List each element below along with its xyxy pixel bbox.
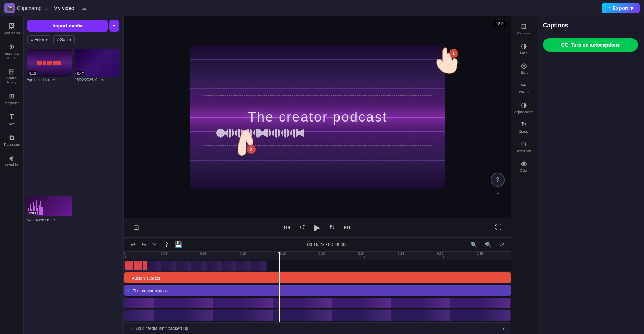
filter-button[interactable]: ≡ Filter ▾ [27, 35, 51, 44]
crop-button[interactable]: ⊡ [132, 222, 140, 233]
panel-collapse-arrow[interactable]: ⌄ [495, 189, 500, 195]
skip-forward-button[interactable]: ⏭ [342, 222, 352, 233]
ruler-mark-6: 0:24 [361, 252, 368, 258]
export-button[interactable]: ↑ Export ▾ [602, 3, 640, 13]
cut-button[interactable]: ✂ [150, 239, 159, 249]
media-thumb-video1: 0:10 [27, 49, 72, 77]
right-sidebar-item-color[interactable]: ◉ Color [512, 156, 536, 175]
sidebar-item-transitions[interactable]: ⧉ Transitions [1, 131, 23, 150]
logo-icon: 🎬 [4, 3, 15, 13]
sidebar-item-content-library[interactable]: ▦ Content library [1, 64, 23, 87]
media-check1: ▾ [53, 78, 55, 82]
ruler-mark-1: 0:04 [164, 252, 171, 258]
sidebar-item-text[interactable]: T Text [1, 110, 23, 129]
dotted-line-bottom [203, 145, 432, 146]
project-name[interactable]: My video [54, 5, 74, 11]
video2-clip [124, 310, 511, 321]
media-thumb-video2: 0:47 [75, 49, 120, 77]
timeline-zoom-controls: 🔍− 🔍+ ⤢ [469, 239, 506, 249]
export-dropdown-icon: ▾ [630, 5, 633, 11]
svg-point-2 [449, 49, 458, 58]
right-sidebar-item-transition[interactable]: ⧉ Transition [512, 137, 536, 156]
delete-button[interactable]: 🗑 [161, 240, 171, 249]
redo-button[interactable]: ↪ [140, 239, 148, 249]
notification-text: Your media isn't backed up [135, 326, 188, 331]
video-strip-clip [124, 261, 267, 271]
timeline-tools-left: ↩ ↪ ✂ 🗑 💾 [129, 239, 184, 249]
track-row-text[interactable]: The creator podcast [124, 284, 511, 297]
right-sidebar-item-filters[interactable]: ◎ Filters [512, 59, 536, 77]
help-area: ? ⌄ [491, 173, 505, 195]
skip-back-button[interactable]: ⏮ [283, 222, 292, 233]
media-item-video2[interactable]: 0:47 16/02/2024, 0... ▾ [75, 49, 120, 193]
notification-collapse-btn[interactable]: ▾ [503, 326, 505, 331]
sidebar-item-templates[interactable]: ⊞ Templates [1, 89, 23, 108]
dotted-line-top [203, 95, 432, 96]
ruler-mark-8: 0:32 [440, 252, 447, 258]
app-logo: 🎬 Clipchamp [4, 3, 41, 13]
preview-controls-right: ⛶ [494, 222, 503, 233]
text-icon: T [9, 113, 14, 121]
transition-icon: ⧉ [521, 140, 526, 148]
turn-on-autocaptions-button[interactable]: CC Turn on autocaptions [543, 38, 638, 52]
app-name: Clipchamp [17, 5, 41, 11]
video-preview: document.currentScript.insertAdjacentHTM… [190, 45, 445, 189]
fade-icon: ◑ [521, 42, 527, 50]
cloud-icon: ☁ [80, 4, 87, 12]
zoom-out-button[interactable]: 🔍− [469, 241, 482, 248]
right-sidebar-item-fade[interactable]: ◑ Fade [512, 39, 536, 58]
sidebar-item-your-media[interactable]: 🖼 Your media [1, 19, 23, 38]
ruler-mark-4: 0:16 [282, 252, 289, 258]
preview-controls-center: ⏮ ↺ ▶ ↻ ⏭ [283, 221, 352, 234]
sort-button[interactable]: ↕ Sort ▾ [53, 35, 75, 44]
right-sidebar-item-captions[interactable]: ⊡ Captions [512, 19, 536, 38]
video1-clip [124, 298, 511, 308]
fullscreen-button[interactable]: ⛶ [494, 222, 503, 233]
media-thumb-audio1: 0:08 [27, 196, 72, 216]
record-icon: ⊕ [9, 43, 14, 51]
save-button[interactable]: 💾 [173, 239, 184, 249]
track-row-video1[interactable] [124, 297, 511, 310]
right-sidebar-item-speed[interactable]: ↻ Speed [512, 118, 536, 136]
help-button[interactable]: ? [491, 173, 505, 187]
track-row-video2[interactable] [124, 310, 511, 322]
media-item-video1[interactable]: 0:10 Agree and su... ▾ [27, 49, 72, 193]
right-sidebar-item-effects[interactable]: ✏ Effects [512, 78, 536, 97]
media-check2: ▾ [101, 78, 103, 82]
rewind-button[interactable]: ↺ [298, 222, 307, 233]
filter-sort-row: ≡ Filter ▾ ↕ Sort ▾ [24, 34, 123, 47]
import-media-button[interactable]: Import media [27, 20, 108, 32]
media-label-audio1: synthwave ne... ▾ [27, 218, 72, 222]
sort-dropdown-icon: ▾ [69, 37, 71, 42]
sidebar-item-brand-kit[interactable]: ◈ Brand kit [1, 151, 23, 170]
right-sidebar: ⊡ Captions ◑ Fade ◎ Filters ✏ Effects ◑ … [511, 16, 537, 334]
center-area: 16:9 [124, 16, 511, 237]
right-sidebar-item-adjust-colors[interactable]: ◑ Adjust colors [512, 98, 536, 117]
captions-body: CC Turn on autocaptions [537, 32, 644, 57]
sort-icon: ↕ [57, 37, 59, 42]
aspect-ratio-badge[interactable]: 16:9 [493, 20, 507, 27]
undo-button[interactable]: ↩ [129, 239, 137, 249]
timeline-time-display: 00:15.28 / 00:48.00 [307, 242, 346, 247]
timeline-tracks: Audio visualizer The creator podcast [124, 260, 511, 322]
audio-viz-dot [127, 277, 130, 280]
track-row-video-strip[interactable] [124, 260, 511, 272]
play-button[interactable]: ▶ [313, 221, 322, 234]
effects-icon: ✏ [521, 81, 527, 89]
templates-icon: ⊞ [9, 92, 14, 100]
media-item-audio1[interactable]: 0:08 synthwave ne... ▾ [27, 196, 72, 333]
timeline-ruler[interactable]: const marks = ["0","0:04","0:08","0:12",… [124, 252, 511, 260]
forward-button[interactable]: ↻ [328, 222, 336, 233]
sidebar-item-record-create[interactable]: ⊕ Record & create [1, 40, 23, 63]
audio-viz-label: Audio visualizer [132, 276, 160, 280]
import-dropdown-button[interactable]: ▾ [109, 20, 119, 32]
waveform-overlay: document.currentScript.insertAdjacentHTM… [216, 128, 419, 139]
zoom-in-button[interactable]: 🔍+ [483, 241, 496, 248]
content-library-icon: ▦ [9, 67, 15, 75]
media-check3: ▾ [53, 218, 55, 222]
expand-timeline-button[interactable]: ⤢ [498, 239, 506, 249]
timeline-area: ↩ ↪ ✂ 🗑 💾 00:15.28 / 00:48.00 🔍− 🔍+ ⤢ [124, 237, 511, 322]
ruler-mark-9: 0:36 [480, 252, 487, 258]
left-sidebar: 🖼 Your media ⊕ Record & create ▦ Content… [0, 16, 24, 334]
track-row-audio-viz[interactable]: Audio visualizer [124, 272, 511, 284]
